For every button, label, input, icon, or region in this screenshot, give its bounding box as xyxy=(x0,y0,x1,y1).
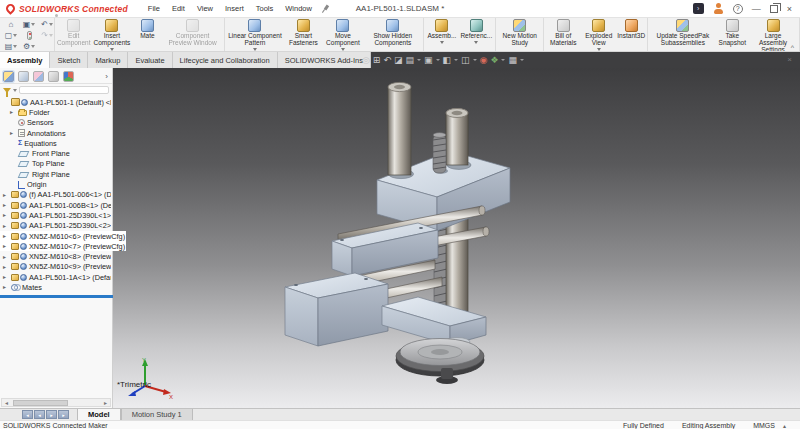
ribbon-button-referenc[interactable]: Referenc... xyxy=(458,18,494,51)
ribbon-button-linear-component-pattern[interactable]: Linear Component Pattern xyxy=(226,18,285,51)
tree-item-f-aa1-pl501-006-1-default[interactable]: ▸(f) AA1-PL501-006<1> (Default) xyxy=(0,190,111,200)
expand-arrow-icon[interactable]: ▸ xyxy=(3,200,10,210)
menu-item-view[interactable]: View xyxy=(191,2,219,15)
tab-solidworks-add-ins[interactable]: SOLIDWORKS Add-Ins xyxy=(278,52,371,68)
tree-item-origin[interactable]: Origin xyxy=(0,179,111,189)
dropdown-caret-icon[interactable] xyxy=(13,34,17,37)
view-orientation-icon[interactable]: ▣ xyxy=(424,54,433,66)
dropdown-caret-icon[interactable] xyxy=(473,59,477,61)
expand-arrow-icon[interactable]: ▸ xyxy=(3,231,10,241)
tab-scroll-button-2[interactable]: ▸ xyxy=(46,410,57,419)
tab-scroll-button-0[interactable]: ◂ xyxy=(22,410,33,419)
view-settings-icon[interactable]: ▦ xyxy=(508,54,517,66)
menu-item-insert[interactable]: Insert xyxy=(219,2,250,15)
dropdown-caret-icon[interactable] xyxy=(31,45,35,48)
tree-item-front-plane[interactable]: Front Plane xyxy=(0,148,111,158)
rollback-bar[interactable] xyxy=(0,295,113,298)
ribbon-button-bill-of-materials[interactable]: Bill of Materials xyxy=(545,18,581,51)
status-units[interactable]: MMGS xyxy=(753,422,775,429)
new-document-button[interactable]: ▢ xyxy=(2,30,20,41)
tree-item-xn5z-m610-9-previewcfg[interactable]: ▸XN5Z-M610<9> (PreviewCfg) xyxy=(0,262,111,272)
dropdown-caret-icon[interactable] xyxy=(501,59,505,61)
expand-arrow-icon[interactable]: ▸ xyxy=(3,262,10,272)
home-button[interactable]: ⌂ xyxy=(2,19,20,30)
tree-item-folder[interactable]: ▸Folder xyxy=(0,107,111,117)
app-icon[interactable]: › xyxy=(693,3,704,14)
scroll-left-icon[interactable]: ◂ xyxy=(2,399,11,407)
minimize-icon[interactable]: — xyxy=(752,4,761,14)
tree-item-aa1-pl501-006b-1-default[interactable]: ▸AA1-PL501-006B<1> (Default) xyxy=(0,200,111,210)
dropdown-caret-icon[interactable] xyxy=(440,41,444,44)
expand-arrow-icon[interactable]: ▸ xyxy=(3,272,10,282)
panel-horizontal-scrollbar[interactable]: ◂ ▸ xyxy=(1,398,111,407)
tab-evaluate[interactable]: Evaluate xyxy=(128,52,172,68)
scroll-track[interactable] xyxy=(11,399,101,406)
menu-item-tools[interactable]: Tools xyxy=(250,2,280,15)
ribbon-button-mate[interactable]: Mate xyxy=(132,18,162,51)
ribbon-button-assemb[interactable]: Assemb... xyxy=(425,18,458,51)
dropdown-caret-icon[interactable] xyxy=(341,48,345,51)
user-icon[interactable] xyxy=(713,3,724,14)
bottom-tab-motion-study-1[interactable]: Motion Study 1 xyxy=(121,409,193,420)
feature-tree-tab-icon[interactable] xyxy=(3,71,14,82)
file-properties-button[interactable]: ▤ xyxy=(2,41,20,52)
expand-arrow-icon[interactable]: ▸ xyxy=(3,252,10,262)
tree-item-aa1-pl501-25d390l-1-def[interactable]: ▸AA1-PL501-25D390L<1> (Def xyxy=(0,210,111,220)
panel-tabs-overflow-icon[interactable]: › xyxy=(105,72,110,81)
previous-view-icon[interactable]: ↶ xyxy=(383,54,391,66)
filter-funnel-icon[interactable] xyxy=(3,88,11,93)
graphics-viewport[interactable]: Y X *Trimetric xyxy=(113,68,800,408)
ribbon-button-update-speedpak-subassemblies[interactable]: Update SpeedPak Subassemblies xyxy=(649,18,716,51)
ribbon-button-move-component[interactable]: Move Component xyxy=(323,18,364,51)
display-style-icon[interactable]: ◧ xyxy=(443,54,452,66)
display-manager-tab-icon[interactable] xyxy=(63,71,74,82)
menu-item-window[interactable]: Window xyxy=(279,2,318,15)
dropdown-caret-icon[interactable] xyxy=(520,59,524,61)
dropdown-caret-icon[interactable] xyxy=(597,48,601,51)
ribbon-button-new-motion-study[interactable]: New Motion Study xyxy=(497,18,542,51)
apply-scene-icon[interactable]: ❖ xyxy=(490,54,498,66)
dropdown-caret-icon[interactable] xyxy=(417,59,421,61)
configuration-manager-tab-icon[interactable] xyxy=(33,71,44,82)
zoom-fit-icon[interactable]: ◎ xyxy=(362,54,370,66)
dropdown-caret-icon[interactable] xyxy=(253,48,257,51)
tree-item-sensors[interactable]: Sensors xyxy=(0,118,111,128)
help-icon[interactable]: ? xyxy=(733,4,743,14)
edit-appearance-icon[interactable]: ◉ xyxy=(480,54,488,66)
dropdown-caret-icon[interactable] xyxy=(454,59,458,61)
tree-item-aa1-pl501-1a-1-default[interactable]: ▸AA1-PL501-1A<1> (Default) xyxy=(0,272,111,282)
dimxpert-manager-tab-icon[interactable] xyxy=(48,71,59,82)
tree-filter-input[interactable] xyxy=(19,86,109,94)
property-manager-tab-icon[interactable] xyxy=(18,71,29,82)
expand-arrow-icon[interactable]: ▸ xyxy=(3,221,10,231)
tree-item-top-plane[interactable]: Top Plane xyxy=(0,159,111,169)
dropdown-caret-icon[interactable] xyxy=(13,45,17,48)
menu-item-edit[interactable]: Edit xyxy=(166,2,191,15)
ribbon-button-insert-components[interactable]: Insert Components xyxy=(91,18,132,51)
tree-item-right-plane[interactable]: Right Plane xyxy=(0,169,111,179)
tab-lifecycle-and-collaboration[interactable]: Lifecycle and Collaboration xyxy=(173,52,278,68)
menu-item-file[interactable]: File xyxy=(142,2,166,15)
expand-arrow-icon[interactable]: ▸ xyxy=(3,241,10,251)
expand-arrow-icon[interactable]: ▸ xyxy=(3,282,10,292)
ribbon-button-take-snapshot[interactable]: Take Snapshot xyxy=(716,18,748,51)
redo-button[interactable]: ↷ xyxy=(38,30,56,41)
annotation-views-icon[interactable]: ▤ xyxy=(405,54,414,66)
tab-assembly[interactable]: Assembly xyxy=(0,52,50,68)
tab-markup[interactable]: Markup xyxy=(88,52,128,68)
status-caret-icon[interactable]: ▴ xyxy=(783,422,786,429)
pin-icon[interactable] xyxy=(322,5,330,13)
zoom-area-icon[interactable]: ⊞ xyxy=(373,54,381,66)
ribbon-button-instant3d[interactable]: Instant3D xyxy=(616,18,646,51)
performance-light-button[interactable] xyxy=(20,30,38,41)
tree-item-xn5z-m610-7-previewcfg[interactable]: ▸XN5Z-M610<7> (PreviewCfg) xyxy=(0,241,126,251)
options-button[interactable]: ⚙ xyxy=(20,41,38,52)
dropdown-caret-icon[interactable] xyxy=(474,41,478,44)
ribbon-button-smart-fasteners[interactable]: Smart Fasteners xyxy=(284,18,322,51)
save-button[interactable]: ▣ xyxy=(20,19,38,30)
panel-splitter-handle[interactable] xyxy=(55,14,58,17)
tab-scroll-button-3[interactable]: ▸ xyxy=(58,410,69,419)
ribbon-button-show-hidden-components[interactable]: Show Hidden Components xyxy=(363,18,422,51)
tree-item-mates[interactable]: ▸Mates xyxy=(0,282,111,292)
filter-caret-icon[interactable] xyxy=(13,89,17,92)
